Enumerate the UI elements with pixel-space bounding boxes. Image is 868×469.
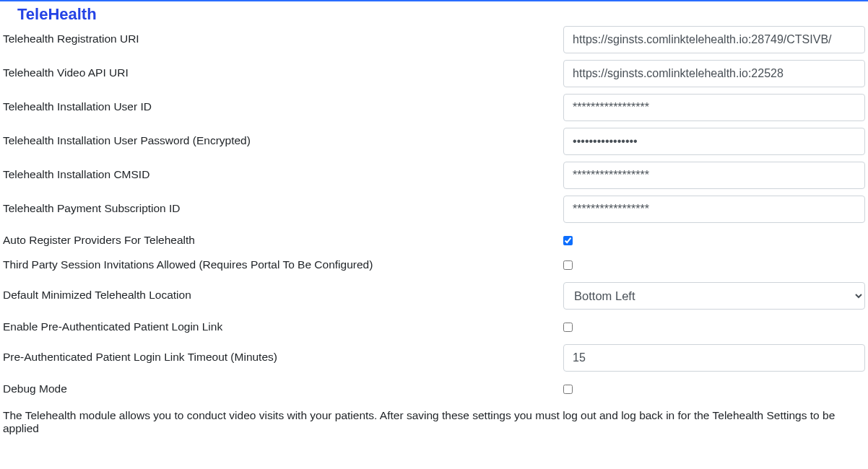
label-registration-uri: Telehealth Registration URI	[3, 26, 563, 45]
select-min-location[interactable]: Bottom Left	[563, 282, 865, 310]
label-preauth-link: Enable Pre-Authenticated Patient Login L…	[3, 320, 563, 333]
label-video-api-uri: Telehealth Video API URI	[3, 60, 563, 79]
label-install-user-pw: Telehealth Installation User Password (E…	[3, 128, 563, 147]
label-debug-mode: Debug Mode	[3, 382, 563, 395]
label-install-cmsid: Telehealth Installation CMSID	[3, 162, 563, 181]
label-preauth-timeout: Pre-Authenticated Patient Login Link Tim…	[3, 344, 563, 364]
checkbox-third-party[interactable]	[563, 260, 573, 270]
module-description: The Telehealth module allows you to cond…	[3, 406, 865, 435]
section-title: TeleHealth	[0, 1, 868, 26]
input-video-api-uri[interactable]	[563, 60, 865, 87]
checkbox-debug-mode[interactable]	[563, 385, 573, 394]
input-install-user-pw[interactable]	[563, 128, 865, 155]
label-min-location: Default Minimized Telehealth Location	[3, 282, 563, 302]
input-payment-sub-id[interactable]	[563, 196, 865, 223]
settings-form: Telehealth Registration URI Telehealth V…	[0, 26, 868, 435]
input-install-cmsid[interactable]	[563, 162, 865, 189]
label-install-user-id: Telehealth Installation User ID	[3, 94, 563, 113]
checkbox-preauth-link[interactable]	[563, 323, 573, 332]
input-install-user-id[interactable]	[563, 94, 865, 121]
input-registration-uri[interactable]	[563, 26, 865, 53]
input-preauth-timeout[interactable]	[563, 344, 865, 372]
label-third-party: Third Party Session Invitations Allowed …	[3, 258, 563, 271]
label-payment-sub-id: Telehealth Payment Subscription ID	[3, 196, 563, 215]
checkbox-auto-register[interactable]	[563, 236, 573, 245]
label-auto-register: Auto Register Providers For Telehealth	[3, 234, 563, 247]
